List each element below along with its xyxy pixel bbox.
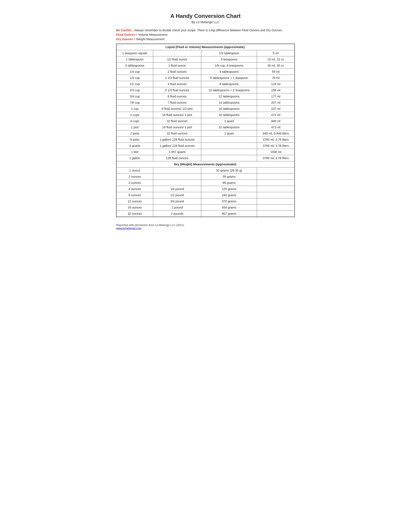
dry-table-row: 3 ounces85 grams	[116, 180, 295, 186]
dry-cell: 85 grams	[201, 180, 257, 186]
dry-cell	[257, 168, 295, 174]
dry-cell	[153, 174, 201, 180]
dry-table-row: 2 ounces55 grams	[116, 174, 295, 180]
liquid-cell: 16 fluid ounces/ 1 pint	[153, 124, 201, 131]
liquid-table-row: 7/8 cup7 fluid ounces14 tablespoons207 m…	[116, 100, 295, 106]
liquid-table-row: 4 cups32 fluid ounces1 quart946 ml	[116, 118, 295, 124]
liquid-cell: 1/3 cup	[116, 75, 153, 81]
dry-cell: 2 pounds	[153, 211, 201, 217]
page-subtitle: By Le Melange LLC	[116, 20, 295, 24]
liquid-cell: 32 fluid ounces	[153, 118, 201, 124]
footer-link[interactable]: www.lemelange.com	[116, 227, 141, 230]
liquid-cell	[201, 149, 257, 155]
dry-cell: 30 grams (28.35 g)	[201, 168, 257, 174]
liquid-cell: 158 ml	[257, 87, 295, 94]
liquid-cell: 1 fluid ounce	[153, 63, 201, 69]
liquid-cell: 1 gallon	[116, 155, 153, 161]
liquid-cell	[201, 143, 257, 149]
dry-cell	[257, 192, 295, 198]
liquid-cell: 1 gallon/ 128 fluid ounces	[153, 137, 201, 143]
liquid-cell: 2 cups	[116, 112, 153, 118]
liquid-cell: 4 fluid ounces	[153, 81, 201, 87]
conversion-table: Liquid (Fluid or Volume) Measurements (a…	[116, 44, 295, 217]
dry-cell: 32 ounces	[116, 211, 153, 217]
liquid-cell: 6 fluid ounces	[153, 94, 201, 100]
dry-ounces-rest: = Weight Measurement	[133, 38, 165, 41]
dry-cell	[257, 180, 295, 186]
liquid-cell: 207 ml	[257, 100, 295, 106]
liquid-cell: 1/2 fluid ounce	[153, 57, 201, 63]
dry-cell: 16 ounces	[116, 205, 153, 211]
liquid-cell: 4 cups	[116, 118, 153, 124]
liquid-cell: 5 ml	[257, 50, 295, 57]
liquid-cell: 79 ml	[257, 75, 295, 81]
liquid-cell: 32 fluid ounces	[153, 131, 201, 137]
liquid-table-row: 1/2 cup4 fluid ounces8 tablespoons118 ml	[116, 81, 295, 87]
liquid-cell: 3/4 cup	[116, 94, 153, 100]
footer: Reprinted with permission from Le Melang…	[116, 223, 295, 230]
liquid-cell: 30 ml, 30 cc	[257, 63, 295, 69]
liquid-cell: 1 gallon/ 128 fluid ounces	[153, 143, 201, 149]
liquid-table-row: 2 pints32 fluid ounces1 quart946 ml, 0.9…	[116, 131, 295, 137]
liquid-cell: 177 ml	[257, 94, 295, 100]
dry-cell: 8 ounces	[116, 192, 153, 198]
notice-bold: Be Careful....	[116, 28, 134, 32]
liquid-cell: 237 ml	[257, 106, 295, 112]
dry-cell: 1/4 pound	[153, 186, 201, 192]
liquid-cell: 15 ml, 15 cc	[257, 57, 295, 63]
footer-text: Reprinted with permission from Le Melang…	[116, 223, 295, 227]
fluid-ounces-label: Fluid Ounces	[116, 33, 135, 36]
liquid-cell: 473 ml	[257, 112, 295, 118]
dry-table-row: 1 ounce30 grams (28.35 g)	[116, 168, 295, 174]
liquid-cell	[153, 50, 201, 57]
dry-cell	[257, 198, 295, 205]
liquid-cell: 1 cup	[116, 106, 153, 112]
liquid-cell: 16 tablespoons	[201, 106, 257, 112]
liquid-cell: 3785 ml, 3.78 liters	[257, 137, 295, 143]
liquid-cell	[201, 155, 257, 161]
dry-table-row: 32 ounces2 pounds907 grams	[116, 211, 295, 217]
dry-section-header: Dry (Weight) Measurements (approximate):	[116, 161, 295, 168]
liquid-cell: 1000 ml	[257, 149, 295, 155]
liquid-cell: 16 fluid ounces/ 1 pint	[153, 112, 201, 118]
liquid-cell: 2 tablespoons	[116, 63, 153, 69]
liquid-cell: 1 quart	[201, 131, 257, 137]
liquid-cell: 128 fluid ounces	[153, 155, 201, 161]
liquid-cell: 2 fluid ounces	[153, 69, 201, 75]
liquid-table-row: 8 pints1 gallon/ 128 fluid ounces3785 ml…	[116, 137, 295, 143]
liquid-cell: 946 ml, 0.946 liters	[257, 131, 295, 137]
liquid-cell: 59 ml	[257, 69, 295, 75]
dry-cell: 125 grams	[201, 186, 257, 192]
liquid-cell: 4 quarts	[116, 143, 153, 149]
liquid-table-row: 3/4 cup6 fluid ounces12 tablespoons177 m…	[116, 94, 295, 100]
liquid-cell: 12 tablespoons	[201, 94, 257, 100]
dry-table-row: 16 ounces1 pound454 grams	[116, 205, 295, 211]
liquid-cell: 10 tablespoons + 2 teaspoons	[201, 87, 257, 94]
dry-cell	[257, 186, 295, 192]
liquid-cell: 7/8 cup	[116, 100, 153, 106]
liquid-table-row: 2 cups16 fluid ounces/ 1 pint32 tablespo…	[116, 112, 295, 118]
page-title: A Handy Conversion Chart	[116, 13, 295, 19]
dry-cell: 454 grams	[201, 205, 257, 211]
notice-normal: Always remember to double check your rec…	[134, 28, 211, 32]
dry-ounces-label: Dry Ounces	[116, 38, 133, 41]
liquid-cell: 14 tablespoons	[201, 100, 257, 106]
liquid-table-row: 1/3 cup2 2/3 fluid ounces5 tablespoons +…	[116, 75, 295, 81]
dry-cell: 1 pound	[153, 205, 201, 211]
dry-cell: 375 grams	[201, 198, 257, 205]
liquid-table-row: 1/4 cup2 fluid ounces4 tablespoons59 ml	[116, 69, 295, 75]
liquid-cell: 1/4 cup	[116, 69, 153, 75]
liquid-cell: 1 liter	[116, 149, 153, 155]
liquid-cell: 1/2 cup	[116, 81, 153, 87]
notice-italic: big difference	[211, 28, 229, 32]
dry-cell: 55 grams	[201, 174, 257, 180]
liquid-cell: 946 ml	[257, 118, 295, 124]
liquid-cell: 1 pint	[116, 124, 153, 131]
liquid-table-row: 2 tablespoons1 fluid ounce1/8 cup, 6 tea…	[116, 63, 295, 69]
dry-cell	[257, 211, 295, 217]
notice-block: Be Careful....Always remember to double …	[116, 28, 295, 41]
dry-cell: 4 ounces	[116, 186, 153, 192]
dry-cell	[153, 180, 201, 186]
dry-cell: 2 ounces	[116, 174, 153, 180]
dry-table-row: 12 ounces3/4 pound375 grams	[116, 198, 295, 205]
